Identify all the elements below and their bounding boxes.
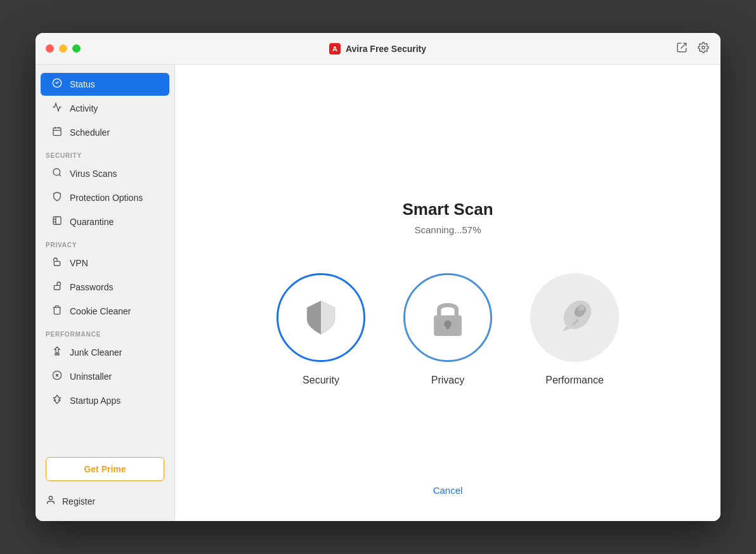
performance-section-label: PERFORMANCE: [36, 323, 174, 340]
sidebar-item-quarantine[interactable]: Quarantine: [41, 210, 169, 233]
svg-rect-9: [53, 217, 61, 224]
scan-cards: Security Privacy: [277, 273, 619, 386]
vpn-label: VPN: [70, 258, 88, 268]
app-icon-letter: A: [332, 45, 337, 53]
cancel-button[interactable]: Cancel: [433, 485, 463, 496]
app-icon-badge: A: [329, 43, 341, 55]
get-prime-button[interactable]: Get Prime: [46, 457, 164, 481]
virus-scans-label: Virus Scans: [70, 169, 117, 179]
rocket-icon: [552, 295, 597, 340]
sidebar-item-status[interactable]: Status: [41, 73, 169, 96]
sidebar-item-junk-cleaner[interactable]: Junk Cleaner: [41, 341, 169, 364]
privacy-card-label: Privacy: [431, 375, 464, 386]
svg-rect-23: [446, 324, 450, 329]
sidebar-item-activity[interactable]: Activity: [41, 97, 169, 120]
sidebar-item-vpn[interactable]: VPN: [41, 252, 169, 274]
app-window: A Avira Free Security: [36, 33, 720, 521]
register-label: Register: [62, 496, 95, 506]
svg-point-1: [702, 46, 705, 49]
status-icon: [51, 78, 63, 91]
passwords-icon: [51, 281, 63, 293]
privacy-circle: [403, 273, 492, 362]
performance-card-label: Performance: [545, 375, 604, 386]
svg-rect-14: [54, 285, 60, 290]
register-icon: [46, 495, 56, 507]
traffic-lights: [46, 44, 81, 53]
uninstaller-icon: [51, 370, 63, 383]
uninstaller-label: Uninstaller: [70, 371, 112, 382]
privacy-section-label: PRIVACY: [36, 234, 174, 251]
scheduler-icon: [51, 126, 63, 139]
svg-rect-3: [53, 128, 61, 136]
scan-subtitle: Scanning...57%: [414, 224, 481, 235]
security-section-label: SECURITY: [36, 145, 174, 162]
startup-apps-label: Startup Apps: [70, 396, 121, 406]
cookie-cleaner-label: Cookie Cleaner: [70, 306, 131, 316]
svg-line-0: [681, 43, 686, 48]
main-content: Smart Scan Scanning...57% Security: [175, 65, 720, 521]
passwords-label: Passwords: [70, 282, 113, 292]
sidebar-item-virus-scans[interactable]: Virus Scans: [41, 162, 169, 185]
privacy-card[interactable]: Privacy: [403, 273, 492, 386]
vpn-icon: [51, 257, 63, 269]
svg-line-8: [59, 174, 61, 176]
shield-icon: [299, 295, 343, 340]
security-card[interactable]: Security: [277, 273, 365, 386]
svg-point-7: [53, 169, 60, 176]
svg-rect-13: [54, 261, 60, 266]
sidebar-item-uninstaller[interactable]: Uninstaller: [41, 365, 169, 388]
virus-scans-icon: [51, 167, 63, 180]
scheduler-label: Scheduler: [70, 127, 110, 138]
maximize-button[interactable]: [72, 44, 81, 53]
share-button[interactable]: [675, 41, 689, 57]
security-card-label: Security: [303, 375, 339, 386]
titlebar: A Avira Free Security: [36, 33, 720, 65]
titlebar-center: A Avira Free Security: [81, 43, 675, 55]
titlebar-title: Avira Free Security: [346, 44, 426, 54]
close-button[interactable]: [46, 44, 54, 53]
quarantine-icon: [51, 216, 63, 228]
performance-card[interactable]: Performance: [530, 273, 619, 386]
protection-options-label: Protection Options: [70, 193, 143, 203]
settings-button[interactable]: [696, 41, 710, 57]
security-circle: [277, 273, 365, 362]
junk-cleaner-icon: [51, 346, 63, 359]
lock-icon: [429, 297, 467, 338]
cookie-cleaner-icon: [51, 305, 63, 318]
status-label: Status: [70, 79, 95, 89]
scan-title: Smart Scan: [402, 200, 493, 219]
minimize-button[interactable]: [59, 44, 67, 53]
svg-point-20: [49, 496, 52, 499]
protection-options-icon: [51, 191, 63, 204]
sidebar-item-protection-options[interactable]: Protection Options: [41, 186, 169, 209]
sidebar-item-scheduler[interactable]: Scheduler: [41, 121, 169, 144]
titlebar-actions: [675, 41, 710, 57]
sidebar-item-startup-apps[interactable]: Startup Apps: [41, 389, 169, 412]
sidebar: Status Activity: [36, 65, 175, 521]
sidebar-item-register[interactable]: Register: [36, 489, 174, 513]
quarantine-label: Quarantine: [70, 217, 114, 227]
sidebar-item-passwords[interactable]: Passwords: [41, 276, 169, 299]
performance-circle: [530, 273, 619, 362]
content: Status Activity: [36, 65, 720, 521]
startup-apps-icon: [51, 394, 63, 407]
activity-label: Activity: [70, 103, 98, 113]
svg-point-26: [578, 304, 585, 311]
sidebar-item-cookie-cleaner[interactable]: Cookie Cleaner: [41, 300, 169, 323]
activity-icon: [51, 102, 63, 115]
junk-cleaner-label: Junk Cleaner: [70, 347, 122, 358]
